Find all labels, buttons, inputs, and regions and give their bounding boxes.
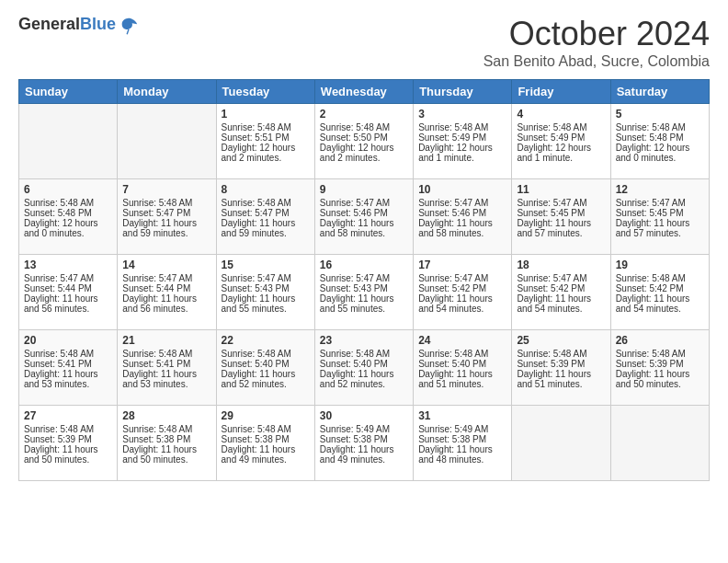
calendar-cell: 22Sunrise: 5:48 AMSunset: 5:40 PMDayligh… <box>216 330 314 406</box>
sunset-text: Sunset: 5:39 PM <box>24 434 112 444</box>
week-row-5: 27Sunrise: 5:48 AMSunset: 5:39 PMDayligh… <box>19 406 710 481</box>
sunset-text: Sunset: 5:42 PM <box>616 283 704 293</box>
sunset-text: Sunset: 5:48 PM <box>616 132 704 143</box>
page: General Blue October 2024 San Benito Aba… <box>0 0 728 563</box>
day-number: 16 <box>320 259 408 271</box>
daylight-text: Daylight: 12 hours and 2 minutes. <box>222 143 310 163</box>
logo-blue-text: Blue <box>80 15 116 34</box>
sunset-text: Sunset: 5:38 PM <box>320 434 408 444</box>
daylight-text: Daylight: 11 hours and 59 minutes. <box>222 218 310 238</box>
calendar-cell: 9Sunrise: 5:47 AMSunset: 5:46 PMDaylight… <box>314 179 413 255</box>
daylight-text: Daylight: 11 hours and 59 minutes. <box>122 218 210 238</box>
calendar-cell: 2Sunrise: 5:48 AMSunset: 5:50 PMDaylight… <box>314 104 413 179</box>
week-row-3: 13Sunrise: 5:47 AMSunset: 5:44 PMDayligh… <box>19 255 710 330</box>
day-header-friday: Friday <box>512 80 610 104</box>
title-block: October 2024 San Benito Abad, Sucre, Col… <box>483 15 710 70</box>
sunset-text: Sunset: 5:49 PM <box>517 132 605 143</box>
day-number: 31 <box>418 409 506 422</box>
day-number: 1 <box>222 108 310 121</box>
daylight-text: Daylight: 11 hours and 58 minutes. <box>418 218 506 238</box>
day-header-tuesday: Tuesday <box>216 80 314 104</box>
day-header-monday: Monday <box>118 80 216 104</box>
daylight-text: Daylight: 11 hours and 48 minutes. <box>418 444 506 465</box>
sunrise-text: Sunrise: 5:48 AM <box>616 349 704 359</box>
logo-bird-icon <box>119 16 137 34</box>
sunset-text: Sunset: 5:49 PM <box>418 132 506 143</box>
daylight-text: Daylight: 11 hours and 57 minutes. <box>616 218 704 238</box>
sunset-text: Sunset: 5:43 PM <box>222 283 310 293</box>
daylight-text: Daylight: 11 hours and 55 minutes. <box>320 293 408 314</box>
week-row-1: 1Sunrise: 5:48 AMSunset: 5:51 PMDaylight… <box>19 104 710 179</box>
sunset-text: Sunset: 5:39 PM <box>517 359 605 369</box>
daylight-text: Daylight: 11 hours and 51 minutes. <box>418 369 506 389</box>
daylight-text: Daylight: 11 hours and 54 minutes. <box>418 293 506 314</box>
logo: General Blue <box>18 15 137 34</box>
logo-general-text: General <box>18 15 80 34</box>
sunset-text: Sunset: 5:38 PM <box>222 434 310 444</box>
daylight-text: Daylight: 11 hours and 53 minutes. <box>24 369 112 389</box>
calendar-cell: 19Sunrise: 5:48 AMSunset: 5:42 PMDayligh… <box>610 255 709 330</box>
day-number: 20 <box>24 334 112 347</box>
week-row-4: 20Sunrise: 5:48 AMSunset: 5:41 PMDayligh… <box>19 330 710 406</box>
calendar-cell: 14Sunrise: 5:47 AMSunset: 5:44 PMDayligh… <box>118 255 216 330</box>
day-number: 14 <box>122 259 210 271</box>
calendar-cell: 25Sunrise: 5:48 AMSunset: 5:39 PMDayligh… <box>512 330 610 406</box>
day-number: 26 <box>616 334 704 347</box>
sunrise-text: Sunrise: 5:47 AM <box>418 198 506 208</box>
sunset-text: Sunset: 5:43 PM <box>320 283 408 293</box>
calendar-cell: 28Sunrise: 5:48 AMSunset: 5:38 PMDayligh… <box>118 406 216 481</box>
calendar-cell: 1Sunrise: 5:48 AMSunset: 5:51 PMDaylight… <box>216 104 314 179</box>
day-number: 18 <box>517 259 605 271</box>
daylight-text: Daylight: 11 hours and 58 minutes. <box>320 218 408 238</box>
day-number: 17 <box>418 259 506 271</box>
sunrise-text: Sunrise: 5:47 AM <box>320 273 408 283</box>
sunset-text: Sunset: 5:48 PM <box>24 208 112 218</box>
sunset-text: Sunset: 5:38 PM <box>418 434 506 444</box>
calendar-cell: 27Sunrise: 5:48 AMSunset: 5:39 PMDayligh… <box>19 406 118 481</box>
day-number: 23 <box>320 334 408 347</box>
calendar-cell <box>19 104 118 179</box>
daylight-text: Daylight: 11 hours and 50 minutes. <box>122 444 210 465</box>
daylight-text: Daylight: 12 hours and 0 minutes. <box>616 143 704 163</box>
sunset-text: Sunset: 5:51 PM <box>222 132 310 143</box>
day-number: 6 <box>24 183 112 196</box>
sunset-text: Sunset: 5:42 PM <box>517 283 605 293</box>
calendar-cell: 3Sunrise: 5:48 AMSunset: 5:49 PMDaylight… <box>414 104 512 179</box>
calendar-cell: 15Sunrise: 5:47 AMSunset: 5:43 PMDayligh… <box>216 255 314 330</box>
sunrise-text: Sunrise: 5:48 AM <box>222 349 310 359</box>
header-row: SundayMondayTuesdayWednesdayThursdayFrid… <box>19 80 710 104</box>
daylight-text: Daylight: 12 hours and 2 minutes. <box>320 143 408 163</box>
sunrise-text: Sunrise: 5:48 AM <box>122 424 210 434</box>
sunrise-text: Sunrise: 5:47 AM <box>517 198 605 208</box>
day-number: 12 <box>616 183 704 196</box>
daylight-text: Daylight: 12 hours and 1 minute. <box>517 143 605 163</box>
sunset-text: Sunset: 5:40 PM <box>320 359 408 369</box>
daylight-text: Daylight: 11 hours and 57 minutes. <box>517 218 605 238</box>
sunrise-text: Sunrise: 5:48 AM <box>122 198 210 208</box>
calendar-cell: 8Sunrise: 5:48 AMSunset: 5:47 PMDaylight… <box>216 179 314 255</box>
sunrise-text: Sunrise: 5:47 AM <box>222 273 310 283</box>
sunset-text: Sunset: 5:47 PM <box>122 208 210 218</box>
sunset-text: Sunset: 5:45 PM <box>616 208 704 218</box>
day-number: 7 <box>122 183 210 196</box>
sunset-text: Sunset: 5:44 PM <box>122 283 210 293</box>
daylight-text: Daylight: 11 hours and 52 minutes. <box>222 369 310 389</box>
sunrise-text: Sunrise: 5:48 AM <box>222 198 310 208</box>
calendar-cell: 20Sunrise: 5:48 AMSunset: 5:41 PMDayligh… <box>19 330 118 406</box>
day-number: 24 <box>418 334 506 347</box>
day-number: 15 <box>222 259 310 271</box>
sunrise-text: Sunrise: 5:47 AM <box>418 273 506 283</box>
calendar-cell: 30Sunrise: 5:49 AMSunset: 5:38 PMDayligh… <box>314 406 413 481</box>
sunset-text: Sunset: 5:46 PM <box>320 208 408 218</box>
calendar-cell: 7Sunrise: 5:48 AMSunset: 5:47 PMDaylight… <box>118 179 216 255</box>
daylight-text: Daylight: 11 hours and 50 minutes. <box>616 369 704 389</box>
day-number: 29 <box>222 409 310 422</box>
calendar-cell <box>610 406 709 481</box>
sunrise-text: Sunrise: 5:48 AM <box>616 122 704 132</box>
sunrise-text: Sunrise: 5:48 AM <box>517 122 605 132</box>
calendar-cell: 29Sunrise: 5:48 AMSunset: 5:38 PMDayligh… <box>216 406 314 481</box>
sunset-text: Sunset: 5:46 PM <box>418 208 506 218</box>
sunset-text: Sunset: 5:40 PM <box>418 359 506 369</box>
calendar-cell: 24Sunrise: 5:48 AMSunset: 5:40 PMDayligh… <box>414 330 512 406</box>
calendar-cell: 5Sunrise: 5:48 AMSunset: 5:48 PMDaylight… <box>610 104 709 179</box>
